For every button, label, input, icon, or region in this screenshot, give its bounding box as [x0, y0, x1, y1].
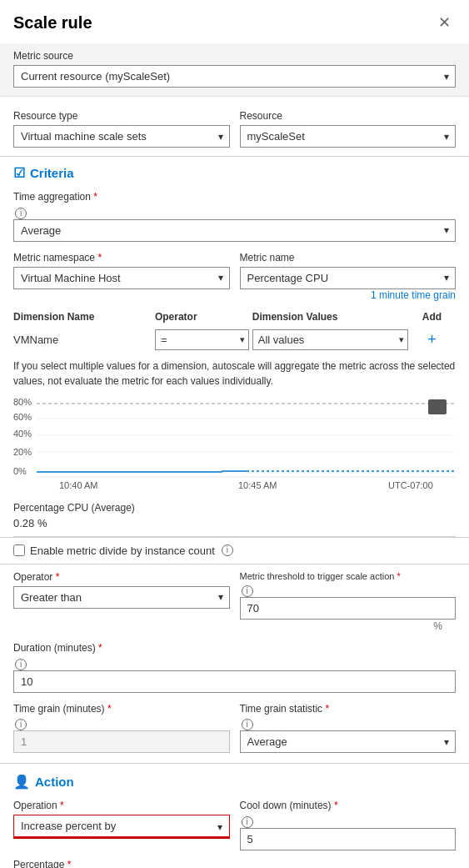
operation-select-wrapper: Increase percent by — [13, 815, 230, 839]
cool-down-col: Cool down (minutes) i — [240, 800, 457, 850]
chart-label: Percentage CPU (Average) — [13, 500, 456, 515]
resource-type-col: Resource type Virtual machine scale sets — [13, 110, 230, 148]
operation-cooldown-row: Operation Increase percent by Cool down … — [0, 795, 469, 855]
resource-col: Resource myScaleSet — [240, 110, 457, 148]
metric-threshold-col: Metric threshold to trigger scale action… — [240, 571, 457, 620]
dimension-values-select[interactable]: All values — [252, 329, 408, 350]
metric-threshold-input[interactable] — [240, 597, 457, 620]
time-grain-label: 1 minute time grain — [13, 289, 456, 301]
time-grain-minutes-col: Time grain (minutes) i — [13, 703, 230, 754]
dimension-table-wrapper: Dimension Name Operator Dimension Values… — [0, 308, 469, 352]
dimension-name-value: VMName — [13, 334, 58, 346]
time-grain-cols: Time grain (minutes) i Time grain statis… — [13, 703, 456, 754]
chart-area: 80% 60% 40% 20% 0% 10:40 AM 10:45 AM UTC… — [0, 395, 469, 499]
percentage-label: Percentage — [13, 859, 456, 868]
resource-type-select-wrapper: Virtual machine scale sets — [13, 125, 230, 148]
metric-namespace-select-wrapper: Virtual Machine Host — [13, 267, 230, 289]
operator-select-outer-wrapper: Greater than — [13, 586, 230, 609]
metric-name-select[interactable]: Percentage CPU — [240, 267, 457, 289]
action-icon: 👤 — [13, 774, 30, 790]
operation-col: Operation Increase percent by — [13, 800, 230, 850]
time-grain-minutes-input — [13, 730, 230, 753]
info-text: If you select multiple values for a dime… — [0, 352, 469, 395]
svg-rect-11 — [428, 399, 447, 414]
time-grain-statistic-select-wrapper: Average — [240, 730, 457, 753]
dimension-row: VMName = All values — [13, 328, 456, 352]
cool-down-info-icon[interactable]: i — [242, 816, 253, 828]
operator-dropdown[interactable]: Greater than — [13, 586, 230, 609]
cool-down-input[interactable] — [240, 828, 457, 850]
operation-cooldown-cols: Operation Increase percent by Cool down … — [13, 800, 456, 850]
chart-label-section: Percentage CPU (Average) 0.28 % — [0, 499, 469, 538]
svg-text:60%: 60% — [13, 412, 32, 422]
time-grain-statistic-label: Time grain statistic — [240, 703, 457, 715]
svg-text:80%: 80% — [13, 397, 32, 407]
dimension-values-cell: All values — [252, 328, 412, 352]
panel-header: Scale rule ✕ — [0, 0, 469, 43]
svg-text:UTC-07:00: UTC-07:00 — [388, 480, 433, 490]
dimension-name-cell: VMName — [13, 328, 155, 352]
chart-value: 0.28 % — [13, 515, 456, 537]
operator-threshold-row: Operator Greater than Metric threshold t… — [0, 564, 469, 638]
close-button[interactable]: ✕ — [433, 12, 456, 33]
metric-name-label: Metric name — [240, 252, 457, 263]
resource-type-select[interactable]: Virtual machine scale sets — [13, 125, 230, 148]
dimension-name-header: Dimension Name — [13, 308, 155, 328]
enable-metric-divide-checkbox[interactable] — [13, 544, 25, 556]
resource-type-label: Resource type — [13, 110, 230, 122]
time-aggregation-info-icon[interactable]: i — [15, 208, 27, 219]
metric-threshold-info-icon[interactable]: i — [242, 585, 253, 597]
criteria-header: ☑ Criteria — [0, 157, 469, 186]
metric-namespace-col: Metric namespace Virtual Machine Host — [13, 252, 230, 289]
operation-select[interactable]: Increase percent by — [14, 815, 229, 838]
enable-metric-divide-label: Enable metric divide by instance count — [30, 544, 215, 557]
enable-metric-divide-info-icon[interactable]: i — [222, 544, 233, 556]
duration-info-icon[interactable]: i — [15, 659, 27, 670]
resource-select[interactable]: myScaleSet — [240, 125, 457, 148]
cool-down-label: Cool down (minutes) — [240, 800, 457, 811]
operator-label: Operator — [13, 571, 230, 583]
svg-text:0%: 0% — [13, 466, 27, 476]
action-header: 👤 Action — [0, 764, 469, 795]
duration-input[interactable] — [13, 670, 456, 693]
operation-label: Operation — [13, 800, 230, 811]
metric-source-section: Metric source Current resource (myScaleS… — [0, 43, 469, 97]
time-aggregation-label: Time aggregation — [13, 191, 456, 203]
dimension-values-select-wrapper: All values — [252, 329, 408, 350]
svg-text:10:40 AM: 10:40 AM — [59, 480, 97, 490]
dimension-values-header: Dimension Values — [252, 308, 412, 328]
percent-suffix: % — [13, 620, 456, 632]
dimension-table: Dimension Name Operator Dimension Values… — [13, 308, 456, 352]
duration-row: Duration (minutes) i — [0, 637, 469, 698]
duration-label: Duration (minutes) — [13, 642, 456, 654]
criteria-icon: ☑ — [13, 165, 25, 181]
panel-title: Scale rule — [13, 13, 92, 33]
svg-text:10:45 AM: 10:45 AM — [238, 480, 277, 490]
operator-col: Operator Greater than — [13, 571, 230, 620]
operator-select[interactable]: = — [155, 329, 249, 350]
metric-source-label: Metric source — [13, 50, 456, 62]
time-grain-row: Time grain (minutes) i Time grain statis… — [0, 698, 469, 759]
add-dimension-button[interactable]: + — [424, 331, 440, 349]
action-label: Action — [35, 775, 74, 789]
criteria-label: Criteria — [30, 166, 74, 180]
time-aggregation-select[interactable]: Average — [13, 219, 456, 242]
enable-metric-divide-row: Enable metric divide by instance count i — [0, 538, 469, 564]
time-grain-minutes-info-icon[interactable]: i — [15, 719, 27, 730]
time-aggregation-select-wrapper: Average — [13, 219, 456, 242]
operator-header: Operator — [155, 308, 252, 328]
chart-svg: 80% 60% 40% 20% 0% 10:40 AM 10:45 AM UTC… — [13, 395, 455, 495]
percentage-row: Percentage ✓ — [0, 855, 469, 868]
metric-namespace-label: Metric namespace — [13, 252, 230, 263]
resource-row: Resource type Virtual machine scale sets… — [13, 110, 456, 148]
time-grain-statistic-select[interactable]: Average — [240, 730, 457, 753]
time-grain-statistic-info-icon[interactable]: i — [242, 719, 253, 730]
operator-threshold-cols: Operator Greater than Metric threshold t… — [13, 571, 456, 620]
metric-source-select[interactable]: Current resource (myScaleSet) — [13, 65, 456, 88]
resource-section: Resource type Virtual machine scale sets… — [0, 103, 469, 156]
metric-namespace-select[interactable]: Virtual Machine Host — [13, 267, 230, 289]
metric-source-select-wrapper: Current resource (myScaleSet) — [13, 65, 456, 88]
operator-select-wrapper: = — [155, 329, 249, 350]
time-grain-statistic-col: Time grain statistic i Average — [240, 703, 457, 754]
resource-select-wrapper: myScaleSet — [240, 125, 457, 148]
